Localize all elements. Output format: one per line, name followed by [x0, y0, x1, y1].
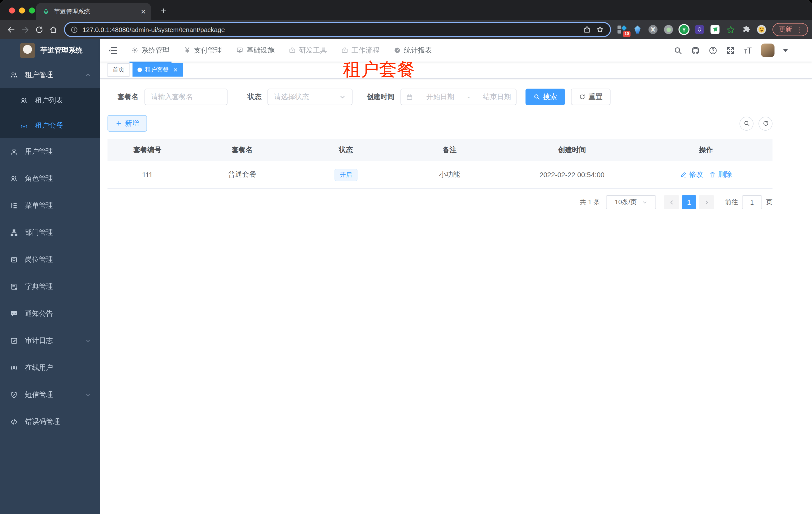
- cell-actions: 修改 删除: [639, 170, 773, 179]
- help-icon[interactable]: [708, 46, 718, 55]
- sidebar-item-dict-management[interactable]: 字典管理: [0, 273, 100, 300]
- github-icon[interactable]: [691, 46, 700, 55]
- address-bar[interactable]: 127.0.0.1:48080/admin-ui/system/tenant/p…: [64, 22, 611, 37]
- toggle-search-button[interactable]: [740, 116, 754, 130]
- top-menu-workflow[interactable]: 工作流程: [334, 39, 386, 61]
- extension-badge: 10: [623, 31, 631, 37]
- url-text[interactable]: 127.0.0.1:48080/admin-ui/system/tenant/p…: [83, 26, 225, 33]
- prev-page-button[interactable]: [664, 195, 679, 209]
- column-header[interactable]: 套餐编号: [108, 145, 187, 154]
- tab-close-icon[interactable]: ✕: [141, 8, 146, 15]
- select-placeholder: 请选择状态: [274, 92, 309, 101]
- tag-home[interactable]: 首页: [108, 63, 129, 77]
- sidebar-item-dept-management[interactable]: 部门管理: [0, 219, 100, 246]
- reload-button[interactable]: [32, 23, 46, 36]
- search-button[interactable]: 搜索: [525, 88, 565, 105]
- current-page-button[interactable]: 1: [682, 195, 696, 209]
- browser-update-button[interactable]: 更新 ⋮: [773, 23, 808, 36]
- chat-green-icon[interactable]: [710, 25, 720, 34]
- sidebar-fold-icon[interactable]: [108, 45, 118, 55]
- tag-tenant-package[interactable]: 租户套餐 ✕: [133, 63, 183, 77]
- column-header[interactable]: 操作: [639, 145, 773, 154]
- page-size-select[interactable]: 10条/页: [606, 195, 656, 209]
- close-window-button[interactable]: [9, 7, 15, 13]
- profile-face-icon[interactable]: [756, 25, 766, 34]
- star-green-icon[interactable]: [725, 25, 735, 34]
- refresh-table-button[interactable]: [758, 116, 773, 130]
- goto-page: 前往 1 页: [725, 195, 773, 209]
- font-size-icon[interactable]: [744, 46, 753, 55]
- trash-icon: [709, 171, 716, 178]
- new-tab-button[interactable]: +: [157, 4, 170, 18]
- user-avatar[interactable]: [761, 44, 775, 57]
- site-info-icon[interactable]: [70, 26, 78, 33]
- edit-pencil-icon: [680, 171, 687, 178]
- bookmark-star-icon[interactable]: [596, 26, 604, 33]
- column-header[interactable]: 状态: [297, 145, 395, 154]
- minimize-window-button[interactable]: [19, 7, 25, 13]
- search-icon[interactable]: [673, 46, 683, 55]
- status-select[interactable]: 请选择状态: [267, 88, 352, 105]
- sidebar-logo[interactable]: 芋道管理系统: [0, 39, 100, 62]
- sidebar-item-audit-log[interactable]: 审计日志: [0, 327, 100, 354]
- next-page-button[interactable]: [699, 195, 714, 209]
- top-menu-dev-tools[interactable]: 研发工具: [282, 39, 334, 61]
- column-header[interactable]: 创建时间: [504, 145, 639, 154]
- sidebar-item-notice-announcement[interactable]: 通知公告: [0, 300, 100, 327]
- active-tag-indicator: [129, 61, 172, 63]
- home-button[interactable]: [46, 23, 60, 36]
- chevron-left-icon: [669, 199, 674, 205]
- delete-link[interactable]: 删除: [709, 170, 732, 179]
- sidebar-item-tenant-management[interactable]: 租户管理: [0, 62, 100, 88]
- table-row[interactable]: 111 普通套餐 开启 小功能 2022-02-22 00:54:00 修改: [108, 161, 773, 189]
- sidebar-item-label: 角色管理: [25, 174, 53, 183]
- grid-diamond-icon[interactable]: 10: [617, 25, 627, 34]
- forward-button[interactable]: [18, 23, 32, 36]
- cell-package-id: 111: [108, 171, 187, 179]
- browser-menu-icon[interactable]: ⋮: [796, 26, 803, 33]
- package-name-input[interactable]: 请输入套餐名: [145, 88, 228, 105]
- chevron-down-icon: [642, 199, 647, 205]
- top-menu-statistics-report[interactable]: 统计报表: [386, 39, 439, 61]
- maximize-window-button[interactable]: [29, 7, 35, 13]
- end-date-placeholder: 结束日期: [483, 92, 511, 101]
- sidebar-item-menu-management[interactable]: 菜单管理: [0, 192, 100, 219]
- sidebar-item-user-management[interactable]: 用户管理: [0, 138, 100, 165]
- sidebar-item-error-code-management[interactable]: 错误码管理: [0, 408, 100, 435]
- browser-tab[interactable]: 芋道管理系统 ✕: [36, 3, 151, 20]
- column-header[interactable]: 备注: [395, 145, 504, 154]
- gem-icon[interactable]: [633, 25, 642, 34]
- reset-button[interactable]: 重置: [571, 88, 610, 105]
- sidebar-item-label: 岗位管理: [25, 255, 53, 264]
- sidebar-item-post-management[interactable]: 岗位管理: [0, 246, 100, 273]
- sidebar-item-tenant-list[interactable]: 租户列表: [0, 88, 100, 113]
- sidebar-item-sms-management[interactable]: 短信管理: [0, 381, 100, 408]
- green-dot-icon[interactable]: [664, 25, 673, 34]
- cell-remark: 小功能: [395, 170, 504, 179]
- date-range-picker[interactable]: 开始日期 - 结束日期: [401, 88, 517, 105]
- puzzle-icon[interactable]: [741, 25, 751, 34]
- browser-window: 芋道管理系统 ✕ + 127.0.0.1:48080/admin-ui/syst…: [0, 0, 812, 514]
- sidebar-item-online-users[interactable]: 在线用户: [0, 354, 100, 381]
- sidebar-item-label: 短信管理: [25, 390, 53, 399]
- tags-view-bar: 首页 租户套餐 ✕: [100, 61, 812, 79]
- top-menu-label: 系统管理: [142, 46, 170, 55]
- share-icon[interactable]: [583, 26, 591, 33]
- top-menu-infrastructure[interactable]: 基础设施: [229, 39, 282, 61]
- column-header[interactable]: 套餐名: [187, 145, 297, 154]
- y-circle-icon[interactable]: Y: [679, 25, 689, 34]
- top-menu-payment-management[interactable]: 支付管理: [176, 39, 229, 61]
- avatar-caret-down-icon[interactable]: [783, 49, 788, 52]
- top-menu-system-management[interactable]: 系统管理: [124, 39, 176, 61]
- edit-link[interactable]: 修改: [680, 170, 703, 179]
- chevron-down-icon: [85, 392, 91, 398]
- command-icon[interactable]: ⌘: [648, 25, 658, 34]
- back-button[interactable]: [4, 23, 18, 36]
- sidebar-item-role-management[interactable]: 角色管理: [0, 165, 100, 192]
- goto-page-input[interactable]: 1: [742, 195, 762, 209]
- tag-close-icon[interactable]: ✕: [173, 66, 178, 73]
- add-button[interactable]: 新增: [108, 115, 147, 132]
- sidebar-item-tenant-package[interactable]: 租户套餐: [0, 113, 100, 138]
- shield-purple-icon[interactable]: [695, 25, 704, 34]
- fullscreen-icon[interactable]: [726, 46, 735, 55]
